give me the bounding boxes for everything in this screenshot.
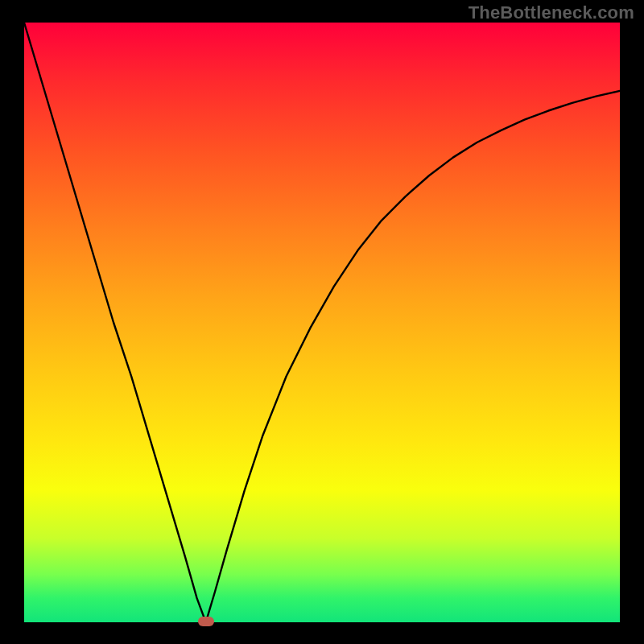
plot-area bbox=[24, 23, 620, 622]
bottleneck-curve bbox=[24, 23, 620, 622]
minimum-marker bbox=[198, 617, 214, 626]
watermark-text: TheBottleneck.com bbox=[469, 3, 634, 23]
curve-svg bbox=[24, 23, 620, 622]
chart-container: TheBottleneck.com bbox=[0, 0, 644, 644]
